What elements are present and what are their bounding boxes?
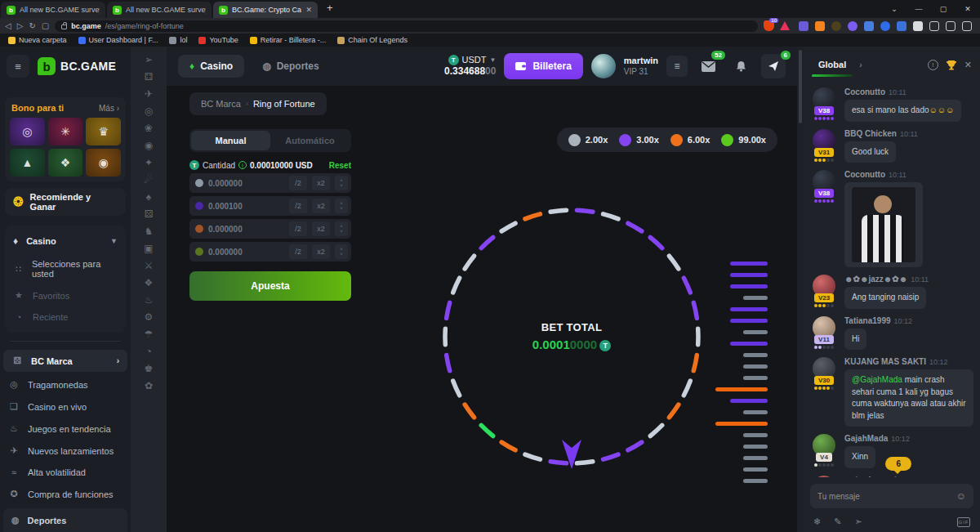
tab-global-chat[interactable]: Global bbox=[812, 49, 853, 80]
sidebar-item-reciente[interactable]: ◔Reciente bbox=[5, 306, 126, 328]
main-scrollbar[interactable] bbox=[797, 47, 804, 532]
chat-username[interactable]: Coconutto10:11 bbox=[844, 87, 973, 96]
extension-tw-icon[interactable] bbox=[799, 21, 808, 31]
bonus-wheel[interactable]: ✳ bbox=[48, 118, 83, 145]
wallet-ext-icon[interactable] bbox=[946, 21, 956, 31]
amount-stepper[interactable]: ˄˅ bbox=[335, 176, 348, 190]
chat-message-input[interactable] bbox=[817, 492, 956, 501]
chat-username[interactable]: Tatiana199910:12 bbox=[844, 316, 973, 325]
rain-icon[interactable]: ❄ bbox=[813, 516, 821, 527]
bet-amount-value[interactable]: 0.000000 bbox=[208, 248, 284, 257]
forward-icon[interactable]: ▷ bbox=[17, 21, 24, 30]
chat-rules-icon[interactable]: ! bbox=[928, 60, 938, 70]
bonus-more-link[interactable]: Más › bbox=[99, 104, 119, 113]
multiplier-chip-2.00x[interactable]: 2.00x bbox=[568, 134, 608, 146]
bookmark-item[interactable]: Nueva carpeta bbox=[8, 36, 67, 44]
user-menu-icon[interactable]: ≡ bbox=[666, 56, 688, 77]
wallet-button[interactable]: Billetera bbox=[504, 53, 582, 79]
extension-gold-icon[interactable] bbox=[831, 21, 841, 31]
category-icon-14[interactable]: ♨ bbox=[145, 295, 154, 305]
tip-icon[interactable]: ➣ bbox=[854, 516, 862, 527]
side-panel-icon[interactable] bbox=[929, 21, 939, 31]
category-icon-4[interactable]: ❀ bbox=[145, 123, 153, 133]
tab-search-icon[interactable]: ⌄ bbox=[882, 5, 906, 13]
rules-icon[interactable]: ✎ bbox=[834, 516, 841, 527]
extension-blue-pen-icon[interactable] bbox=[864, 21, 874, 31]
sidebar-item-casino-en-vivo[interactable]: ❏Casino en vivo bbox=[0, 396, 131, 418]
bet-button[interactable]: Apuesta bbox=[189, 271, 351, 301]
sidebar-item-tragamonedas[interactable]: ◎Tragamonedas bbox=[0, 373, 131, 396]
trophy-icon[interactable] bbox=[946, 60, 957, 70]
puzzle-icon[interactable] bbox=[913, 21, 923, 31]
gif-icon[interactable]: GIF bbox=[957, 517, 970, 527]
half-button[interactable]: /2 bbox=[289, 221, 307, 236]
half-button[interactable]: /2 bbox=[289, 244, 307, 259]
sidebar-item-deportes[interactable]: ◍ Deportes bbox=[3, 508, 127, 532]
sidebar-item-casino[interactable]: ♦ Casino ▼ bbox=[5, 229, 126, 253]
bcgame-logo[interactable]: b BC.GAME bbox=[38, 57, 116, 75]
chat-username[interactable]: BBQ Chicken10:11 bbox=[844, 129, 973, 138]
new-messages-pill[interactable]: 6 bbox=[885, 457, 911, 471]
category-icon-0[interactable]: ➢ bbox=[145, 55, 153, 65]
chat-username[interactable]: Coconutto10:11 bbox=[844, 170, 973, 179]
browser-tab[interactable]: bBC.Game: Crypto Casino Games &✕ bbox=[213, 2, 318, 18]
half-button[interactable]: /2 bbox=[289, 176, 307, 190]
sidebar-item-nuevos-lanzamientos[interactable]: ✈Nuevos lanzamientos bbox=[0, 440, 131, 462]
amount-stepper[interactable]: ˄˅ bbox=[335, 199, 348, 213]
category-icon-6[interactable]: ✦ bbox=[145, 158, 153, 168]
breadcrumb-parent[interactable]: BC Marca bbox=[201, 99, 241, 109]
sidebar-item-favoritos[interactable]: ★Favoritos bbox=[5, 284, 126, 306]
category-icon-17[interactable]: ◔ bbox=[145, 346, 151, 356]
bonus-rocket[interactable]: ▲ bbox=[10, 149, 45, 177]
extension-purple-icon[interactable] bbox=[848, 21, 858, 31]
multiplier-chip-99.00x[interactable]: 99.00x bbox=[721, 134, 766, 146]
category-icon-13[interactable]: ❖ bbox=[145, 278, 154, 288]
browser-menu-icon[interactable] bbox=[962, 21, 972, 31]
info-icon[interactable]: i bbox=[238, 161, 247, 169]
category-icon-18[interactable]: ♚ bbox=[145, 364, 154, 373]
reload-icon[interactable]: ↻ bbox=[29, 21, 35, 30]
category-icon-19[interactable]: ✿ bbox=[145, 381, 153, 391]
close-chat-icon[interactable]: ✕ bbox=[964, 60, 972, 70]
sidebar-item-compra-de-funciones[interactable]: ✪Compra de funciones bbox=[0, 483, 131, 505]
notifications-button[interactable] bbox=[728, 54, 753, 78]
double-button[interactable]: x2 bbox=[312, 244, 330, 259]
tab-casino[interactable]: ♦ Casino bbox=[178, 55, 244, 78]
close-window-button[interactable]: ✕ bbox=[956, 5, 980, 13]
sidebar-item-bc-marca[interactable]: ⚄BC Marca› bbox=[3, 350, 127, 372]
category-icon-2[interactable]: ✈ bbox=[145, 89, 153, 99]
bookmark-item[interactable]: Chain Of Legends bbox=[337, 36, 408, 44]
category-icon-8[interactable]: ♠ bbox=[146, 192, 151, 202]
sidebar-item-alta-volatilidad[interactable]: ≈Alta volatilidad bbox=[0, 462, 131, 483]
reset-button[interactable]: Reset bbox=[329, 161, 351, 170]
metamask-icon[interactable] bbox=[815, 21, 825, 31]
bet-amount-value[interactable]: 0.000100 bbox=[208, 202, 284, 211]
browser-tab[interactable]: bAll new BC.GAME survey & feedback n bbox=[1, 2, 105, 18]
amount-stepper[interactable]: ˄˅ bbox=[335, 221, 348, 236]
minimize-button[interactable]: — bbox=[906, 5, 931, 13]
category-icon-10[interactable]: ♞ bbox=[145, 226, 154, 236]
sidebar-item-juegos-en-tendencia[interactable]: ♨Juegos en tendencia bbox=[0, 418, 131, 440]
back-icon[interactable]: ◁ bbox=[5, 21, 11, 30]
double-button[interactable]: x2 bbox=[312, 176, 330, 190]
bookmark-item[interactable]: User Dashboard | F... bbox=[78, 36, 158, 44]
bet-amount-value[interactable]: 0.000000 bbox=[208, 225, 284, 234]
brave-shield-icon[interactable]: 10 bbox=[764, 20, 774, 31]
category-icon-16[interactable]: ☂ bbox=[145, 329, 154, 339]
multiplier-chip-3.00x[interactable]: 3.00x bbox=[619, 134, 659, 146]
close-tab-icon[interactable]: ✕ bbox=[305, 6, 312, 14]
chat-image-message[interactable] bbox=[844, 182, 923, 267]
bonus-piggy[interactable]: ♛ bbox=[86, 118, 121, 145]
chat-toggle-button[interactable]: 6 bbox=[761, 54, 786, 78]
category-icon-7[interactable]: ☄ bbox=[145, 175, 154, 185]
tab-deportes[interactable]: ◍ Deportes bbox=[251, 55, 331, 78]
currency-selector[interactable]: T USDT ▼ 0.33468800 bbox=[444, 55, 496, 78]
avatar[interactable] bbox=[813, 476, 835, 478]
category-icon-15[interactable]: ⚙ bbox=[145, 312, 154, 322]
chat-username[interactable]: ☻✿☻jazz☻✿☻10:11 bbox=[844, 275, 973, 284]
category-icon-12[interactable]: ⚔ bbox=[145, 261, 154, 270]
avatar[interactable] bbox=[591, 54, 616, 78]
chat-username[interactable]: KUJANG MAS SAKTI10:12 bbox=[844, 357, 973, 366]
chat-username[interactable]: GajahMada10:12 bbox=[844, 434, 973, 443]
bonus-target[interactable]: ◎ bbox=[10, 118, 45, 145]
